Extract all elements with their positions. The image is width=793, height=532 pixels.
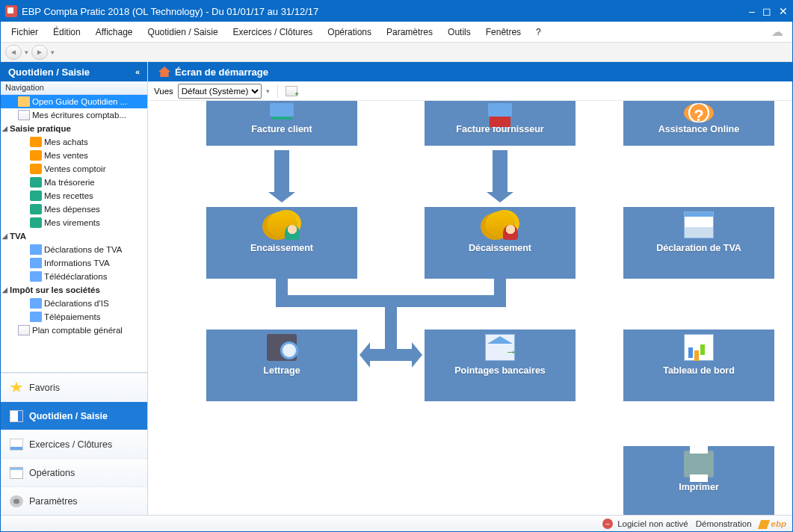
cash-out-icon [485,211,515,238]
vues-label: Vues [154,87,173,96]
tree-info-tva[interactable]: Informations TVA [1,256,147,270]
book-icon [10,439,23,451]
status-demo: Démonstration [696,519,752,528]
tree-telepay[interactable]: Télépaiements [1,310,147,324]
menu-quotidien[interactable]: Quotidien / Saisie [141,24,226,40]
cash-in-icon [267,211,297,238]
menu-help[interactable]: ? [528,24,549,40]
panel-operations[interactable]: Opérations [1,458,147,486]
tree-virements[interactable]: Mes virements [1,216,147,229]
printer-icon [684,451,714,477]
content-area: Écran de démarrage Vues Défaut (Système)… [148,62,792,515]
chart-icon [684,334,714,361]
star-icon [10,382,23,394]
menu-operations[interactable]: Opérations [320,24,379,40]
person-green-icon [267,103,297,123]
nav-back-dropdown[interactable]: ▾ [25,49,28,56]
brand-logo: ebp [759,519,786,528]
person-red-icon [485,103,515,123]
tree-plan[interactable]: Plan comptable général [1,324,147,337]
maximize-button[interactable]: ◻ [762,5,771,17]
tile-tableau[interactable]: Tableau de bord [623,330,774,401]
tree-decl-is[interactable]: Déclarations d'IS [1,297,147,310]
sidebar-collapse-icon[interactable]: « [135,67,140,76]
home-icon [158,66,170,77]
tree-ecritures[interactable]: Mes écritures comptab... [1,108,147,122]
window-icon [10,467,23,479]
views-toolbar: Vues Défaut (Système) ▾ [148,81,792,101]
nav-back-button[interactable]: ◄ [5,45,22,60]
flow-connector [385,295,397,355]
tree-recettes[interactable]: Mes recettes [1,189,147,202]
menubar: Fichier Édition Affichage Quotidien / Sa… [1,22,792,43]
gear-icon [10,495,23,507]
nav-toolbar: ◄ ▾ ► ▾ [1,43,792,62]
window-title: EBP Compta Pratic 2018 (OL Technology) -… [22,6,749,17]
content-header-label: Écran de démarrage [175,66,268,78]
nav-forward-dropdown[interactable]: ▾ [51,49,55,56]
panel-quotidien[interactable]: Quotidien / Saisie [1,401,147,430]
separator [277,84,278,98]
sidebar: Quotidien / Saisie « Navigation Open Gui… [1,62,148,515]
minimize-button[interactable]: – [749,5,755,17]
menu-exercices[interactable]: Exercices / Clôtures [226,24,321,40]
tile-decl-tva[interactable]: Déclaration de TVA [623,207,774,279]
sidebar-header-label: Quotidien / Saisie [8,66,90,78]
tree-tresorerie[interactable]: Ma trésorerie [1,176,147,189]
vues-select[interactable]: Défaut (Système) [178,84,262,99]
tile-pointages[interactable]: Pointages bancaires [425,330,576,401]
menu-affichage[interactable]: Affichage [88,24,141,40]
flow-arrow-down [493,150,507,194]
flow-arrow-bidir [370,349,412,361]
book-icon [10,410,23,422]
vues-dropdown-icon[interactable]: ▾ [266,87,270,95]
flow-arrow-down [274,150,289,194]
tree-depenses[interactable]: Mes dépenses [1,202,147,216]
panel-exercices[interactable]: Exercices / Clôtures [1,430,147,458]
close-button[interactable]: ✕ [779,5,788,17]
panel-favoris[interactable]: Favoris [1,373,147,401]
tile-encaissement[interactable]: Encaissement [206,207,357,279]
tree-teledecl[interactable]: Télédéclarations [1,270,147,283]
tree-comptoir[interactable]: Ventes comptoir [1,162,147,176]
menu-outils[interactable]: Outils [440,24,478,40]
stop-icon: – [602,519,613,529]
titlebar: EBP Compta Pratic 2018 (OL Technology) -… [1,1,792,22]
menu-edition[interactable]: Édition [46,24,88,40]
status-not-activated: Logiciel non activé [617,519,688,528]
nav-forward-button[interactable]: ► [31,45,48,60]
workflow-canvas: Facture client Facture fournisseur Assis… [148,101,792,515]
tile-facture-client[interactable]: Facture client [206,101,357,146]
sidebar-nav-label: Navigation [1,81,147,95]
window-buttons: – ◻ ✕ [749,5,788,17]
sidebar-header: Quotidien / Saisie « [1,62,147,81]
cloud-icon[interactable]: ☁ [771,25,789,39]
panel-parametres[interactable]: Paramètres [1,486,147,515]
tile-imprimer[interactable]: Imprimer [623,446,774,515]
content-header: Écran de démarrage [148,62,792,81]
tile-lettrage[interactable]: Lettrage [206,330,357,401]
menu-parametres[interactable]: Paramètres [379,24,440,40]
menu-fenetres[interactable]: Fenêtres [478,24,528,40]
bank-icon [485,334,515,361]
tile-assistance[interactable]: Assistance Online [623,101,774,146]
sidebar-panels: Favoris Quotidien / Saisie Exercices / C… [1,372,147,515]
tree-ventes[interactable]: Mes ventes [1,149,147,162]
add-view-icon[interactable] [286,86,297,96]
tile-decaissement[interactable]: Décaissement [425,207,576,279]
tree-saisie-pratique[interactable]: ◢Saisie pratique [1,122,147,135]
statusbar: – Logiciel non activé Démonstration ebp [1,515,792,531]
tree-decl-tva[interactable]: Déclarations de TVA [1,243,147,256]
tile-facture-fournisseur[interactable]: Facture fournisseur [425,101,576,146]
tree-impot[interactable]: ◢Impôt sur les sociétés [1,283,147,297]
tree-open-guide[interactable]: Open Guide Quotidien ... [1,95,147,108]
help-icon [684,103,714,123]
document-icon [684,211,714,238]
nav-tree: Open Guide Quotidien ... Mes écritures c… [1,95,147,372]
ledger-icon [267,334,297,361]
tree-tva[interactable]: ◢TVA [1,229,147,243]
app-icon [5,5,17,17]
menu-fichier[interactable]: Fichier [4,24,46,40]
tree-achats[interactable]: Mes achats [1,135,147,149]
